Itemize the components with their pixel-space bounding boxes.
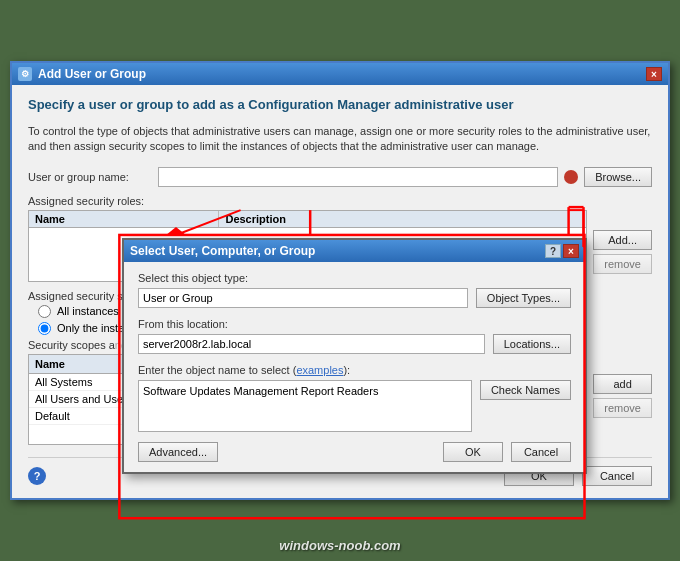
check-names-button[interactable]: Check Names [480,380,571,400]
description-text: To control the type of objects that admi… [28,124,652,155]
window-title: Add User or Group [38,67,146,81]
remove-scope-button[interactable]: remove [593,398,652,418]
close-button[interactable]: × [646,67,662,81]
inner-cancel-button[interactable]: Cancel [511,442,571,462]
object-name-label: Enter the object name to select (example… [138,364,571,376]
locations-button[interactable]: Locations... [493,334,571,354]
add-scope-button[interactable]: add [593,374,652,394]
cancel-button[interactable]: Cancel [582,466,652,486]
main-title-bar: ⚙ Add User or Group × [12,63,668,85]
object-types-button[interactable]: Object Types... [476,288,571,308]
inner-ok-button[interactable]: OK [443,442,503,462]
roles-col-description: Description [219,211,586,227]
location-label: From this location: [138,318,571,330]
watermark: windows-noob.com [279,538,400,553]
help-button[interactable]: ? [28,467,46,485]
remove-role-button[interactable]: remove [593,254,652,274]
user-group-input[interactable] [158,167,558,187]
error-indicator [564,170,578,184]
object-name-textarea[interactable]: Software Updates Management Report Reade… [138,380,472,432]
window-heading: Specify a user or group to add as a Conf… [28,97,652,114]
radio-all[interactable] [38,305,51,318]
location-input[interactable] [138,334,485,354]
assigned-roles-label: Assigned security roles: [28,195,652,207]
user-group-label: User or group name: [28,171,158,183]
radio-only[interactable] [38,322,51,335]
window-icon: ⚙ [18,67,32,81]
add-role-button[interactable]: Add... [593,230,652,250]
object-type-input[interactable] [138,288,468,308]
examples-link[interactable]: examples [296,364,343,376]
inner-help-btn[interactable]: ? [545,244,561,258]
browse-button[interactable]: Browse... [584,167,652,187]
object-type-label: Select this object type: [138,272,571,284]
inner-dialog: Select User, Computer, or Group ? × Sele… [122,238,587,474]
roles-col-name: Name [29,211,219,227]
inner-dialog-title: Select User, Computer, or Group [130,244,315,258]
inner-close-btn[interactable]: × [563,244,579,258]
inner-title-bar: Select User, Computer, or Group ? × [124,240,585,262]
advanced-button[interactable]: Advanced... [138,442,218,462]
